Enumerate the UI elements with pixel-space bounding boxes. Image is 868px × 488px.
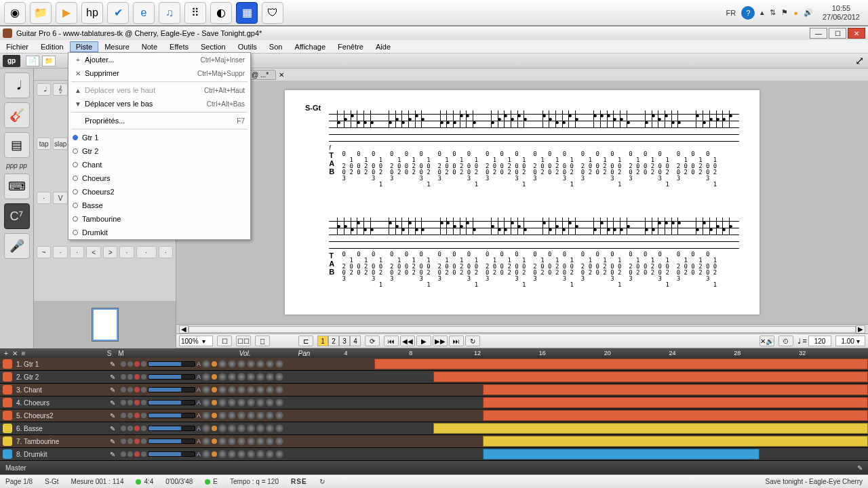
taskbar-chrome[interactable]: ◐ <box>210 2 232 24</box>
layout-single-icon[interactable]: ☐ <box>217 336 232 346</box>
layout-multi-icon[interactable]: ☐☐ <box>236 336 251 346</box>
menu-item[interactable]: ▼Déplacer vers le basCtrl+Alt+Bas <box>68 97 250 110</box>
taskbar-bb[interactable]: ⠿ <box>184 2 206 24</box>
track-row[interactable]: 6. Basse✎A <box>0 422 868 435</box>
palette-cell[interactable]: · <box>159 246 173 258</box>
palette-cell[interactable]: > <box>103 246 117 258</box>
tab-close-icon[interactable]: ✕ <box>279 71 284 79</box>
toolbar-new-icon[interactable]: 📄 <box>26 56 39 66</box>
tray-flag-icon[interactable]: ⚑ <box>781 8 788 17</box>
taskbar-shield[interactable]: 🛡 <box>262 2 283 24</box>
view-mode-icon[interactable]: ⎕ <box>255 336 270 346</box>
tray-chevron-icon[interactable]: ▴ <box>760 8 764 17</box>
palette-cell[interactable]: 𝅘𝅥 <box>37 83 51 96</box>
mute-icon[interactable]: ✕🔊 <box>760 336 774 346</box>
track-row[interactable]: 4. Choeurs✎A <box>0 396 868 409</box>
menu-effets[interactable]: Effets <box>163 41 195 52</box>
loop-icon[interactable]: ↻ <box>465 336 480 346</box>
menu-item[interactable]: Tambourine <box>68 212 250 226</box>
menu-son[interactable]: Son <box>263 41 289 52</box>
track-row[interactable]: 1. Gtr 1✎A <box>0 358 868 371</box>
menu-item[interactable]: Drumkit <box>68 226 250 239</box>
master-track[interactable]: Master ✎ <box>0 461 868 474</box>
zoom-select[interactable] <box>179 336 213 346</box>
taskbar-check[interactable]: ✔ <box>107 2 129 24</box>
palette-cell[interactable]: V <box>53 192 67 204</box>
play-icon[interactable]: ▶ <box>416 336 431 346</box>
palette-cell[interactable]: tap <box>37 138 51 150</box>
taskbar-play[interactable]: ▶ <box>56 2 77 24</box>
menu-outils[interactable]: Outils <box>232 41 263 52</box>
master-edit-icon[interactable]: ✎ <box>857 464 863 472</box>
track-row[interactable]: 7. Tambourine✎A <box>0 435 868 448</box>
close-button[interactable]: ✕ <box>848 28 865 39</box>
mixer-add-icon[interactable]: + <box>4 350 8 357</box>
tray-vol-icon[interactable]: 🔊 <box>804 8 813 17</box>
toolbar-open-icon[interactable]: 📁 <box>42 56 56 66</box>
menu-section[interactable]: Section <box>195 41 232 52</box>
menu-item[interactable]: Choeurs <box>68 171 250 185</box>
menu-item[interactable]: Gtr 1 <box>68 131 250 144</box>
keyboard-tool-icon[interactable]: ⌨ <box>4 174 30 199</box>
scroll-right-icon[interactable]: ▶ <box>856 325 865 333</box>
marker-button[interactable]: 1 <box>317 336 328 346</box>
menu-affichage[interactable]: Affichage <box>288 41 332 52</box>
track-row[interactable]: 8. Drumkit✎A <box>0 448 868 461</box>
taskbar-hp[interactable]: hp <box>81 2 103 24</box>
marker-button[interactable]: 4 <box>350 336 361 346</box>
palette-cell[interactable]: < <box>86 246 100 258</box>
expand-icon[interactable]: ⤢ <box>855 54 864 67</box>
repeat-icon[interactable]: ⟳ <box>365 336 380 346</box>
go-end-icon[interactable]: ⏭ <box>449 336 464 346</box>
metronome-icon[interactable]: ⏲ <box>778 336 793 346</box>
palette-cell[interactable]: 𝄞 <box>53 83 67 96</box>
score-canvas[interactable]: S-Gt f TAB 0 0 0 0 0 0 0 0 0 0 0 0 0 0 0… <box>176 81 868 324</box>
palette-cell[interactable]: · <box>53 246 67 258</box>
help-icon[interactable]: ? <box>741 6 755 20</box>
horizontal-scrollbar[interactable]: ◀ ▶ <box>176 324 868 333</box>
marker-button[interactable]: 3 <box>339 336 350 346</box>
note-tool-icon[interactable]: 𝅘𝅥 <box>4 73 30 98</box>
menu-edition[interactable]: Edition <box>35 41 70 52</box>
menu-piste[interactable]: Piste <box>70 41 98 52</box>
palette-cell[interactable]: · <box>119 246 134 258</box>
mixer-menu-icon[interactable]: ≡ <box>22 350 26 357</box>
menu-item[interactable]: Basse <box>68 199 250 212</box>
forward-icon[interactable]: ▶▶ <box>433 336 448 346</box>
menu-fichier[interactable]: Fichier <box>0 41 35 52</box>
menu-item[interactable]: Gtr 2 <box>68 144 250 158</box>
tray-lang[interactable]: FR <box>726 9 736 17</box>
menu-item[interactable]: Propriétés...F7 <box>68 114 250 127</box>
scroll-left-icon[interactable]: ◀ <box>179 325 189 333</box>
page-thumbnail[interactable] <box>34 301 176 348</box>
guitar-tool-icon[interactable]: 🎸 <box>4 102 30 128</box>
palette-cell[interactable]: slap <box>53 138 67 150</box>
menu-fenêtre[interactable]: Fenêtre <box>332 41 370 52</box>
mic-tool-icon[interactable]: 🎤 <box>4 233 30 259</box>
menu-mesure[interactable]: Mesure <box>98 41 136 52</box>
taskbar-ie[interactable]: e <box>133 2 155 24</box>
marker-start-icon[interactable]: ⊏ <box>298 336 313 346</box>
track-row[interactable]: 5. Choeurs2✎A <box>0 409 868 422</box>
taskbar-file[interactable]: 📁 <box>30 2 52 24</box>
track-row[interactable]: 2. Gtr 2✎A <box>0 371 868 384</box>
menu-aide[interactable]: Aide <box>370 41 397 52</box>
taskbar-gp-active[interactable]: ▦ <box>236 2 258 24</box>
maximize-button[interactable]: ☐ <box>829 28 846 39</box>
palette-cell[interactable]: · <box>37 192 51 204</box>
taskbar-itunes[interactable]: ♫ <box>159 2 180 24</box>
minimize-button[interactable]: — <box>810 28 827 39</box>
speed-field[interactable] <box>835 336 865 346</box>
track-row[interactable]: 3. Chant✎A <box>0 384 868 396</box>
marker-button[interactable]: 2 <box>328 336 339 346</box>
palette-cell[interactable]: · <box>136 246 157 258</box>
palette-cell[interactable]: · <box>70 246 84 258</box>
palette-cell[interactable]: ~ <box>37 246 51 258</box>
mixer-remove-icon[interactable]: ✕ <box>12 350 18 357</box>
menu-item[interactable]: ✕SupprimerCtrl+Maj+Suppr <box>68 66 250 80</box>
menu-note[interactable]: Note <box>136 41 163 52</box>
menu-item[interactable]: +Ajouter...Ctrl+Maj+Inser <box>68 53 250 66</box>
tempo-field[interactable] <box>808 336 831 346</box>
rewind-icon[interactable]: ◀◀ <box>400 336 415 346</box>
go-start-icon[interactable]: ⏮ <box>384 336 399 346</box>
